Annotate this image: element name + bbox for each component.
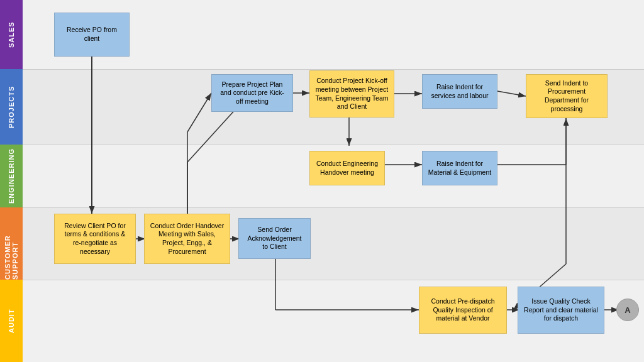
diagram-container: Sales Projects Engineering Customer Supp… [0, 0, 644, 362]
sep-3 [23, 207, 644, 208]
lane-projects-label: Projects [0, 69, 23, 145]
circle-node-a: A [616, 299, 639, 321]
box-raise-indent-services[interactable]: Raise Indent for services and labour [422, 74, 497, 109]
box-quality-check-report[interactable]: Issue Quality Check Report and clear mat… [518, 287, 604, 334]
box-prepare-project-plan[interactable]: Prepare Project Plan and conduct pre Kic… [211, 74, 293, 112]
sep-2 [23, 145, 644, 145]
box-receive-po[interactable]: Receive PO from client [54, 13, 130, 57]
sep-4 [23, 280, 644, 280]
box-order-acknowledgement[interactable]: Send Order Acknowledgement to Client [238, 218, 311, 259]
box-engineering-handover[interactable]: Conduct Engineering Handover meeting [309, 151, 385, 185]
box-review-client-po[interactable]: Review Client PO for terms & conditions … [54, 214, 136, 264]
lane-engineering-label: Engineering [0, 145, 23, 207]
lane-customer-label: Customer Support [0, 207, 23, 280]
lane-sales-label: Sales [0, 0, 23, 69]
swimlanes: Sales Projects Engineering Customer Supp… [0, 0, 23, 362]
sep-1 [23, 69, 644, 70]
box-predispatch-inspection[interactable]: Conduct Pre-dispatch Quality Inspection … [419, 287, 507, 334]
box-order-handover[interactable]: Conduct Order Handover Meeting with Sale… [144, 214, 230, 264]
content-area: Receive PO from client Prepare Project P… [23, 0, 644, 362]
box-raise-indent-material[interactable]: Raise Indent for Material & Equipment [422, 151, 497, 185]
lane-audit-label: Audit [0, 280, 23, 362]
box-project-kickoff[interactable]: Conduct Project Kick-off meeting between… [309, 70, 394, 118]
box-send-indent-procurement[interactable]: Send Indent to Procurement Department fo… [526, 74, 608, 118]
